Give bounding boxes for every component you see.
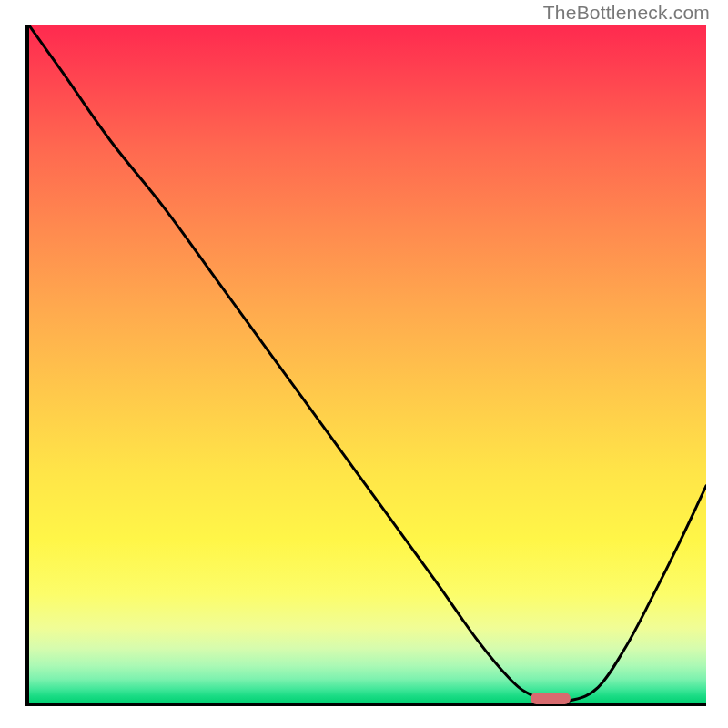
chart-container: TheBottleneck.com (0, 0, 728, 728)
optimal-marker (531, 693, 571, 704)
bottleneck-curve (29, 25, 706, 703)
plot-area (25, 25, 706, 706)
watermark-text: TheBottleneck.com (543, 2, 710, 24)
